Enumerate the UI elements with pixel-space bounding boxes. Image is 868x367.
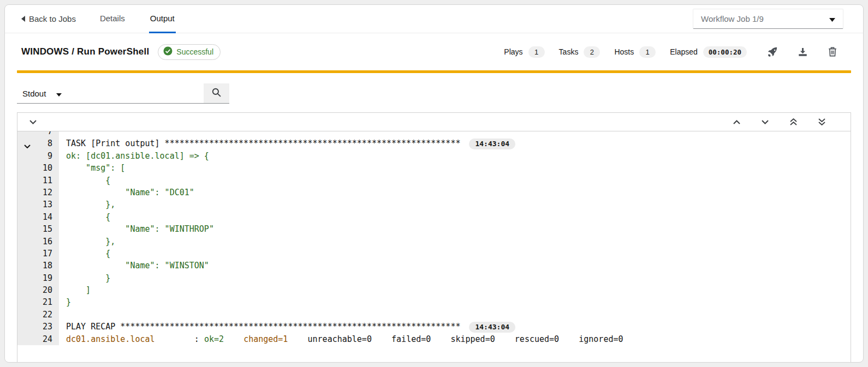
line-gutter: 16 bbox=[17, 236, 59, 248]
line-number[interactable]: 21 bbox=[43, 297, 52, 307]
back-to-jobs-link[interactable]: Back to Jobs bbox=[21, 14, 76, 23]
trash-icon bbox=[828, 47, 837, 57]
line-text: { bbox=[59, 248, 110, 260]
line-number[interactable]: 20 bbox=[43, 285, 52, 295]
line-gutter: 19 bbox=[17, 272, 59, 284]
line-number[interactable]: 12 bbox=[43, 188, 52, 197]
delete-job-button[interactable] bbox=[826, 45, 839, 59]
caret-down-icon bbox=[829, 14, 835, 23]
stat-elapsed-value: 00:00:20 bbox=[703, 46, 747, 58]
double-chevron-up-icon bbox=[790, 118, 797, 125]
stat-tasks-label: Tasks bbox=[559, 47, 579, 56]
console-line: 15 "Name": "WINTHROP" bbox=[17, 223, 851, 235]
line-number[interactable]: 15 bbox=[43, 224, 52, 234]
stat-elapsed-label: Elapsed bbox=[670, 47, 698, 56]
stat-plays-label: Plays bbox=[504, 47, 522, 56]
stat-hosts-label: Hosts bbox=[614, 47, 634, 56]
line-text: { bbox=[59, 211, 110, 223]
scroll-next-button[interactable] bbox=[758, 118, 772, 126]
scroll-previous-button[interactable] bbox=[730, 118, 744, 126]
line-text: "Name": "WINTHROP" bbox=[59, 223, 214, 235]
top-nav: Back to Jobs Details Output Workflow Job… bbox=[5, 5, 863, 33]
line-number[interactable]: 10 bbox=[43, 163, 52, 173]
line-number[interactable]: 23 bbox=[43, 322, 52, 332]
search-icon bbox=[212, 88, 221, 99]
search-input[interactable] bbox=[67, 83, 204, 104]
line-number[interactable]: 17 bbox=[43, 249, 52, 258]
line-gutter: 14 bbox=[17, 211, 59, 223]
download-output-button[interactable] bbox=[796, 45, 810, 59]
tab-details[interactable]: Details bbox=[99, 5, 126, 33]
expand-collapse-all-button[interactable] bbox=[26, 118, 40, 126]
line-number[interactable]: 13 bbox=[43, 200, 52, 209]
line-text bbox=[59, 309, 66, 321]
line-number[interactable]: 22 bbox=[43, 310, 52, 320]
line-text: TASK [Print output] ********************… bbox=[59, 137, 515, 149]
line-number[interactable]: 8 bbox=[47, 139, 52, 148]
line-number[interactable]: 9 bbox=[47, 151, 52, 161]
stat-plays: Plays 1 bbox=[504, 46, 544, 58]
search-button[interactable] bbox=[204, 83, 229, 104]
console-line: 23PLAY RECAP ***************************… bbox=[17, 321, 851, 333]
timestamp-badge: 14:43:04 bbox=[469, 139, 515, 149]
console-line: 8TASK [Print output] *******************… bbox=[17, 137, 851, 149]
job-header: WINDOWS / Run PowerShell Successful Play… bbox=[5, 33, 863, 70]
line-gutter: 11 bbox=[17, 175, 59, 186]
line-text: "msg": [ bbox=[59, 162, 125, 174]
line-number[interactable]: 14 bbox=[43, 212, 52, 222]
download-icon bbox=[798, 47, 807, 57]
console-line: 10 "msg": [ bbox=[17, 162, 851, 174]
console-line: 16 }, bbox=[17, 236, 851, 248]
line-number[interactable]: 18 bbox=[43, 261, 52, 270]
back-to-jobs-label: Back to Jobs bbox=[29, 14, 76, 23]
output-search-row: Stdout bbox=[17, 83, 851, 104]
timestamp-badge: 14:43:04 bbox=[469, 322, 515, 333]
line-text: }, bbox=[59, 198, 115, 210]
line-gutter: 18 bbox=[17, 260, 59, 272]
workflow-job-select[interactable]: Workflow Job 1/9 bbox=[693, 9, 843, 29]
console-line: 14 { bbox=[17, 211, 851, 223]
console-line: 11 { bbox=[17, 175, 851, 186]
line-gutter: 10 bbox=[17, 162, 59, 174]
stat-tasks: Tasks 2 bbox=[559, 46, 601, 58]
line-text: } bbox=[59, 272, 110, 284]
console-line: 19 } bbox=[17, 272, 851, 284]
line-gutter: 9 bbox=[17, 150, 59, 162]
tab-details-label: Details bbox=[100, 14, 125, 23]
scroll-to-bottom-button[interactable] bbox=[815, 117, 829, 127]
stdout-mode-value: Stdout bbox=[22, 89, 46, 98]
caret-down-icon bbox=[56, 89, 62, 98]
stat-plays-count: 1 bbox=[528, 46, 545, 58]
console-line: 17 { bbox=[17, 248, 851, 260]
scroll-controls bbox=[730, 117, 829, 127]
console-rows: 78TASK [Print output] ******************… bbox=[17, 125, 851, 345]
line-text: "Name": "WINSTON" bbox=[59, 260, 209, 272]
line-gutter: 21 bbox=[17, 296, 59, 308]
line-gutter: 13 bbox=[17, 198, 59, 210]
line-number[interactable]: 24 bbox=[43, 334, 52, 344]
line-text: PLAY RECAP *****************************… bbox=[59, 321, 515, 333]
status-badge: Successful bbox=[158, 44, 221, 60]
stdout-mode-select[interactable]: Stdout bbox=[17, 83, 67, 104]
job-status-bar bbox=[17, 70, 851, 73]
stdout-panel-toolbar bbox=[17, 113, 851, 131]
line-gutter: 8 bbox=[17, 137, 59, 149]
console-line: 12 "Name": "DC01" bbox=[17, 186, 851, 198]
line-gutter: 23 bbox=[17, 321, 59, 333]
line-text: "Name": "DC01" bbox=[59, 186, 194, 198]
line-number[interactable]: 16 bbox=[43, 237, 52, 246]
tab-output[interactable]: Output bbox=[149, 5, 176, 33]
tab-output-label: Output bbox=[150, 14, 175, 23]
line-number[interactable]: 19 bbox=[43, 273, 52, 283]
line-text: dc01.ansible.local : ok=2 changed=1 unre… bbox=[59, 333, 623, 345]
scroll-to-top-button[interactable] bbox=[787, 117, 800, 127]
line-gutter: 17 bbox=[17, 248, 59, 260]
line-gutter: 20 bbox=[17, 284, 59, 296]
double-chevron-down-icon bbox=[818, 118, 825, 125]
relaunch-button[interactable] bbox=[765, 45, 780, 59]
line-text: ok: [dc01.ansible.local] => { bbox=[59, 150, 209, 162]
line-number[interactable]: 11 bbox=[43, 176, 52, 185]
console-line: 9ok: [dc01.ansible.local] => { bbox=[17, 150, 851, 162]
line-text: } bbox=[59, 296, 71, 308]
console-line: 21} bbox=[17, 296, 851, 308]
